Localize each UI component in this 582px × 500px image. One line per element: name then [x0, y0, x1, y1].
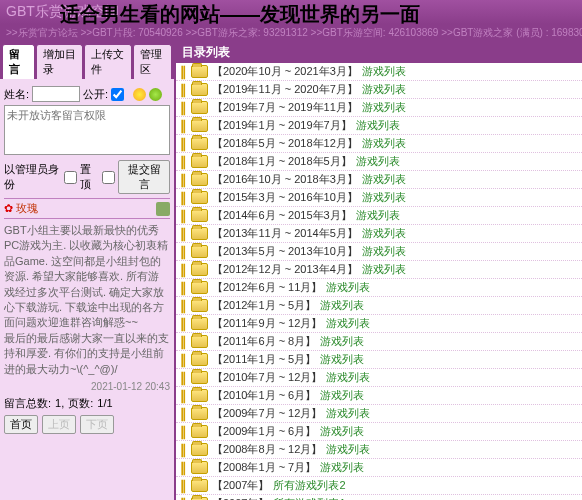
- row-label: 【2012年1月 ~ 5月】: [212, 298, 316, 313]
- row-link[interactable]: 游戏列表: [320, 334, 364, 349]
- drag-handle-icon[interactable]: ‖: [180, 389, 187, 402]
- table-row[interactable]: ‖【2012年6月 ~ 11月】 游戏列表: [176, 279, 582, 297]
- row-link[interactable]: 游戏列表: [326, 406, 370, 421]
- drag-handle-icon[interactable]: ‖: [180, 191, 187, 204]
- row-link[interactable]: 游戏列表: [356, 208, 400, 223]
- row-link[interactable]: 游戏列表: [326, 370, 370, 385]
- table-row[interactable]: ‖【2015年3月 ~ 2016年10月】 游戏列表: [176, 189, 582, 207]
- pager-prev[interactable]: 上页: [42, 415, 76, 434]
- table-row[interactable]: ‖【2011年9月 ~ 12月】 游戏列表: [176, 315, 582, 333]
- table-row[interactable]: ‖【2013年11月 ~ 2014年5月】 游戏列表: [176, 225, 582, 243]
- drag-handle-icon[interactable]: ‖: [180, 173, 187, 186]
- drag-handle-icon[interactable]: ‖: [180, 281, 187, 294]
- drag-handle-icon[interactable]: ‖: [180, 335, 187, 348]
- tab-upload[interactable]: 上传文件: [84, 44, 131, 79]
- flower-label: 玫瑰: [16, 202, 38, 214]
- public-checkbox[interactable]: [111, 88, 124, 101]
- drag-handle-icon[interactable]: ‖: [180, 137, 187, 150]
- table-row[interactable]: ‖【2011年1月 ~ 5月】 游戏列表: [176, 351, 582, 369]
- row-link[interactable]: 游戏列表: [320, 424, 364, 439]
- table-row[interactable]: ‖【2020年10月 ~ 2021年3月】 游戏列表: [176, 63, 582, 81]
- name-input[interactable]: [32, 86, 80, 102]
- drag-handle-icon[interactable]: ‖: [180, 353, 187, 366]
- drag-handle-icon[interactable]: ‖: [180, 263, 187, 276]
- row-link[interactable]: 游戏列表: [320, 352, 364, 367]
- drag-handle-icon[interactable]: ‖: [180, 425, 187, 438]
- row-link[interactable]: 游戏列表: [362, 100, 406, 115]
- message-textarea[interactable]: [4, 105, 170, 155]
- row-link[interactable]: 游戏列表: [362, 262, 406, 277]
- table-row[interactable]: ‖【2009年7月 ~ 12月】 游戏列表: [176, 405, 582, 423]
- row-link[interactable]: 游戏列表: [362, 82, 406, 97]
- folder-icon: [191, 209, 208, 222]
- pager-first[interactable]: 首页: [4, 415, 38, 434]
- table-row[interactable]: ‖【2013年5月 ~ 2013年10月】 游戏列表: [176, 243, 582, 261]
- table-row[interactable]: ‖【2011年6月 ~ 8月】 游戏列表: [176, 333, 582, 351]
- row-label: 【2014年6月 ~ 2015年3月】: [212, 208, 352, 223]
- table-row[interactable]: ‖【2009年1月 ~ 6月】 游戏列表: [176, 423, 582, 441]
- admin-checkbox[interactable]: [64, 171, 77, 184]
- row-link[interactable]: 游戏列表: [356, 118, 400, 133]
- folder-icon: [191, 371, 208, 384]
- table-row[interactable]: ‖【2008年8月 ~ 12月】 游戏列表: [176, 441, 582, 459]
- row-link[interactable]: 游戏列表: [362, 226, 406, 241]
- row-link[interactable]: 游戏列表: [362, 244, 406, 259]
- drag-handle-icon[interactable]: ‖: [180, 479, 187, 492]
- drag-handle-icon[interactable]: ‖: [180, 227, 187, 240]
- table-row[interactable]: ‖【2008年1月 ~ 7月】 游戏列表: [176, 459, 582, 477]
- drag-handle-icon[interactable]: ‖: [180, 461, 187, 474]
- page-value: 1/1: [97, 397, 112, 409]
- drag-handle-icon[interactable]: ‖: [180, 407, 187, 420]
- drag-handle-icon[interactable]: ‖: [180, 245, 187, 258]
- table-row[interactable]: ‖【2014年6月 ~ 2015年3月】 游戏列表: [176, 207, 582, 225]
- table-row[interactable]: ‖【2012年1月 ~ 5月】 游戏列表: [176, 297, 582, 315]
- table-row[interactable]: ‖【2012年12月 ~ 2013年4月】 游戏列表: [176, 261, 582, 279]
- table-row[interactable]: ‖【2007年】 所有游戏列表2: [176, 477, 582, 495]
- table-row[interactable]: ‖【2010年1月 ~ 6月】 游戏列表: [176, 387, 582, 405]
- description-text: GBT小组主要以最新最快的优秀PC游戏为主. 以收藏为核心初衷精品Game. 这…: [4, 223, 170, 377]
- row-link[interactable]: 游戏列表: [320, 298, 364, 313]
- row-link[interactable]: 游戏列表: [362, 190, 406, 205]
- table-row[interactable]: ‖【2019年1月 ~ 2019年7月】 游戏列表: [176, 117, 582, 135]
- row-link[interactable]: 游戏列表: [362, 172, 406, 187]
- folder-icon: [191, 191, 208, 204]
- folder-icon: [191, 245, 208, 258]
- drag-handle-icon[interactable]: ‖: [180, 101, 187, 114]
- row-link[interactable]: 所有游戏列表1: [273, 496, 345, 500]
- drag-handle-icon[interactable]: ‖: [180, 299, 187, 312]
- drag-handle-icon[interactable]: ‖: [180, 371, 187, 384]
- drag-handle-icon[interactable]: ‖: [180, 83, 187, 96]
- frog-icon[interactable]: [149, 88, 162, 101]
- drag-handle-icon[interactable]: ‖: [180, 209, 187, 222]
- table-row[interactable]: ‖【2019年7月 ~ 2019年11月】 游戏列表: [176, 99, 582, 117]
- tab-guestbook[interactable]: 留 言: [2, 44, 35, 79]
- pager-next[interactable]: 下页: [80, 415, 114, 434]
- table-row[interactable]: ‖【2018年1月 ~ 2018年5月】 游戏列表: [176, 153, 582, 171]
- drag-handle-icon[interactable]: ‖: [180, 155, 187, 168]
- row-link[interactable]: 游戏列表: [362, 136, 406, 151]
- row-link[interactable]: 游戏列表: [356, 154, 400, 169]
- row-label: 【2019年1月 ~ 2019年7月】: [212, 118, 352, 133]
- row-link[interactable]: 游戏列表: [320, 460, 364, 475]
- table-row[interactable]: ‖【2010年7月 ~ 12月】 游戏列表: [176, 369, 582, 387]
- drag-handle-icon[interactable]: ‖: [180, 317, 187, 330]
- count-value: 1,: [55, 397, 64, 409]
- row-link[interactable]: 游戏列表: [326, 280, 370, 295]
- smiley-icon[interactable]: [133, 88, 146, 101]
- row-link[interactable]: 游戏列表: [326, 442, 370, 457]
- pin-checkbox[interactable]: [102, 171, 115, 184]
- submit-button[interactable]: 提交留言: [118, 160, 170, 194]
- row-link[interactable]: 所有游戏列表2: [273, 478, 345, 493]
- drag-handle-icon[interactable]: ‖: [180, 65, 187, 78]
- table-row[interactable]: ‖【2018年5月 ~ 2018年12月】 游戏列表: [176, 135, 582, 153]
- row-link[interactable]: 游戏列表: [320, 388, 364, 403]
- table-row[interactable]: ‖【2019年11月 ~ 2020年7月】 游戏列表: [176, 81, 582, 99]
- table-row[interactable]: ‖【2016年10月 ~ 2018年3月】 游戏列表: [176, 171, 582, 189]
- row-link[interactable]: 游戏列表: [326, 316, 370, 331]
- table-row[interactable]: ‖【2007年】 所有游戏列表1: [176, 495, 582, 500]
- drag-handle-icon[interactable]: ‖: [180, 443, 187, 456]
- tab-add-folder[interactable]: 增加目录: [36, 44, 83, 79]
- drag-handle-icon[interactable]: ‖: [180, 119, 187, 132]
- row-link[interactable]: 游戏列表: [362, 64, 406, 79]
- tab-admin[interactable]: 管理区: [133, 44, 172, 79]
